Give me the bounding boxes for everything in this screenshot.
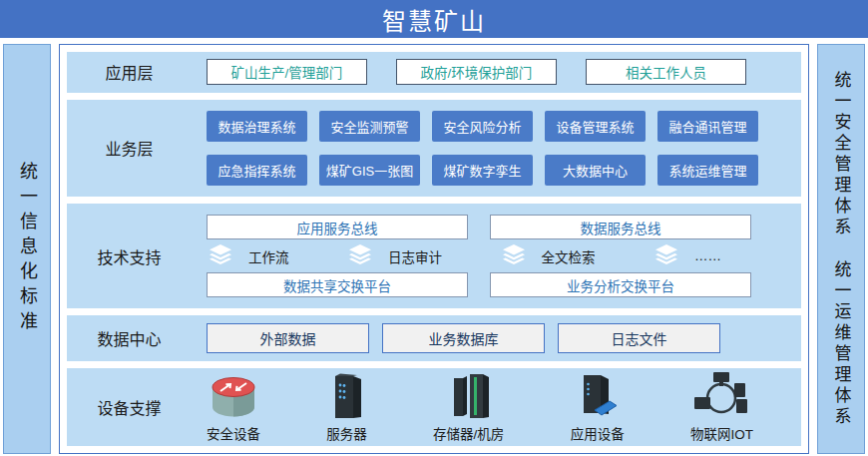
page-title: 智慧矿山 [382, 2, 486, 37]
left-sidebar-unified-info-standard: 统一信息化标准 [3, 44, 51, 454]
device-storage: 存储器/机房 [433, 372, 504, 443]
security-device-icon [209, 372, 258, 420]
server-icon [328, 372, 366, 420]
app-box-government-env: 政府/环境保护部门 [396, 59, 557, 85]
left-sidebar-label: 统一信息化标准 [14, 162, 40, 336]
data-service-bus: 数据服务总线 [490, 215, 751, 239]
device-application: 应用设备 [571, 372, 625, 443]
dc-external-data: 外部数据 [207, 323, 369, 353]
layer-business-label: 业务层 [67, 136, 192, 160]
device-server: 服务器 [326, 372, 367, 443]
layers-icon [654, 244, 678, 267]
layer-device-support: 设备支撑 [67, 368, 801, 446]
right-sidebar-label-ops: 统一运维管理体系 [829, 260, 854, 428]
mw-fulltext-search: 全文检索 [502, 244, 596, 267]
main-panel: 应用层 矿山生产/管理部门 政府/环境保护部门 相关工作人员 业务层 数据治理系… [59, 44, 809, 454]
layer-business-content: 数据治理系统 安全监测预警 安全风险分析 设备管理系统 融合通讯管理 应急指挥系… [192, 111, 801, 186]
layer-application-label: 应用层 [67, 60, 192, 84]
layer-data-center-label: 数据中心 [67, 326, 192, 350]
layer-data-center-content: 外部数据 业务数据库 日志文件 [192, 323, 801, 353]
dc-log-files: 日志文件 [558, 323, 720, 353]
app-box-mine-production: 矿山生产/管理部门 [207, 59, 367, 85]
mw-log-audit-label: 日志审计 [388, 246, 442, 266]
biz-digital-twin: 煤矿数字孪生 [432, 155, 533, 186]
storage-rack-icon [446, 372, 492, 420]
layer-tech-label: 技术支持 [67, 244, 192, 268]
layer-application-content: 矿山生产/管理部门 政府/环境保护部门 相关工作人员 [192, 59, 801, 85]
device-iot: 物联网IOT [690, 372, 753, 443]
business-row-1: 数据治理系统 安全监测预警 安全风险分析 设备管理系统 融合通讯管理 [207, 111, 801, 142]
platform-row: 数据共享交换平台 业务分析交换平台 [207, 272, 751, 297]
biz-equipment-mgmt: 设备管理系统 [545, 111, 646, 142]
biz-comm-mgmt: 融合通讯管理 [657, 111, 758, 142]
layers-icon [209, 244, 232, 267]
device-application-label: 应用设备 [571, 423, 625, 443]
smart-mine-architecture-diagram: 智慧矿山 统一信息化标准 应用层 矿山生产/管理部门 政府/环境保护部门 相关工… [0, 0, 868, 456]
layer-device-content: 安全设备 [192, 372, 801, 443]
biz-system-ops: 系统运维管理 [657, 155, 758, 186]
mw-workflow-label: 工作流 [248, 246, 289, 266]
data-share-exchange-platform: 数据共享交换平台 [207, 272, 468, 297]
biz-emergency-command: 应急指挥系统 [207, 155, 307, 186]
biz-data-governance: 数据治理系统 [207, 111, 307, 142]
business-row-2: 应急指挥系统 煤矿GIS一张图 煤矿数字孪生 大数据中心 系统运维管理 [207, 155, 801, 186]
business-analysis-exchange-platform: 业务分析交换平台 [490, 272, 751, 297]
layers-icon [348, 244, 372, 267]
biz-risk-analysis: 安全风险分析 [432, 111, 533, 142]
iot-network-icon [694, 372, 748, 420]
mw-log-audit: 日志审计 [348, 244, 442, 267]
device-server-label: 服务器 [326, 423, 367, 443]
layer-device-label: 设备支撑 [67, 395, 192, 419]
middleware-row: 工作流 日志审计 全文检索 [207, 244, 751, 267]
title-bar: 智慧矿山 [0, 0, 868, 38]
layer-application: 应用层 矿山生产/管理部门 政府/环境保护部门 相关工作人员 [67, 52, 801, 93]
app-device-icon [575, 372, 621, 420]
layer-tech-support: 技术支持 应用服务总线 数据服务总线 工作流 [67, 204, 801, 308]
biz-safety-monitoring: 安全监测预警 [319, 111, 420, 142]
mw-fulltext-search-label: 全文检索 [542, 246, 596, 266]
layer-tech-content: 应用服务总线 数据服务总线 工作流 [192, 204, 801, 308]
app-service-bus: 应用服务总线 [207, 215, 468, 239]
mw-more: …… [654, 244, 721, 267]
layers-icon [502, 244, 526, 267]
right-sidebar-unified-systems: 统一安全管理体系 统一运维管理体系 [817, 44, 865, 454]
mw-more-label: …… [694, 248, 721, 263]
service-bus-row: 应用服务总线 数据服务总线 [207, 215, 751, 239]
layer-business: 业务层 数据治理系统 安全监测预警 安全风险分析 设备管理系统 融合通讯管理 应… [67, 100, 801, 197]
biz-big-data-center: 大数据中心 [545, 155, 646, 186]
layer-data-center: 数据中心 外部数据 业务数据库 日志文件 [67, 315, 801, 361]
device-security-label: 安全设备 [207, 423, 260, 443]
app-box-related-staff: 相关工作人员 [586, 59, 746, 85]
content-area: 统一信息化标准 应用层 矿山生产/管理部门 政府/环境保护部门 相关工作人员 业… [0, 38, 868, 456]
dc-business-database: 业务数据库 [382, 323, 545, 353]
mw-workflow: 工作流 [209, 244, 289, 267]
right-sidebar-label-security: 统一安全管理体系 [829, 71, 854, 238]
device-security: 安全设备 [207, 372, 260, 443]
biz-gis-one-map: 煤矿GIS一张图 [319, 155, 420, 186]
device-iot-label: 物联网IOT [690, 423, 753, 443]
device-storage-label: 存储器/机房 [433, 423, 504, 443]
